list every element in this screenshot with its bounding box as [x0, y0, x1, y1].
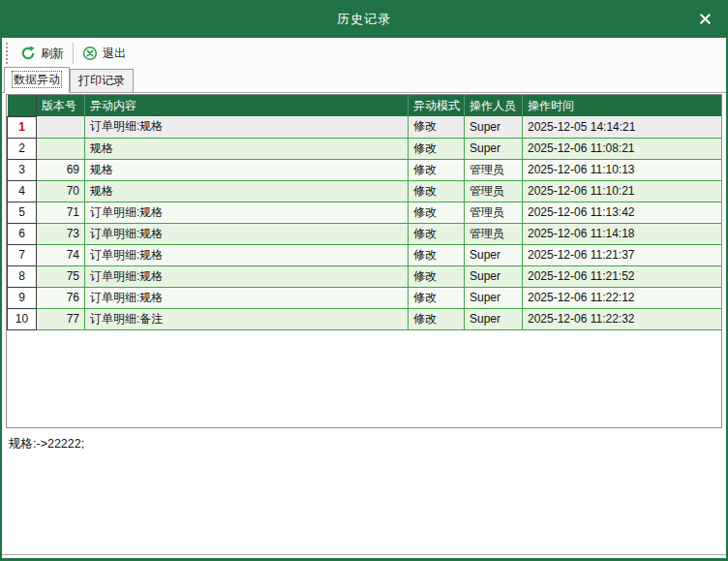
version-cell[interactable]: 73 — [37, 223, 85, 244]
detail-panel[interactable]: 规格:->22222; — [2, 429, 726, 555]
time-cell[interactable]: 2025-12-06 11:21:37 — [523, 244, 722, 265]
content-cell[interactable]: 规格 — [85, 180, 409, 202]
grid-header-row: 版本号异动内容异动模式操作人员操作时间 — [8, 95, 722, 116]
table-row[interactable]: 1077订单明细:备注修改Super2025-12-06 11:22:32 — [8, 308, 722, 329]
time-cell[interactable]: 2025-12-06 11:10:21 — [523, 180, 722, 202]
operator-cell[interactable]: Super — [465, 116, 523, 138]
time-cell[interactable]: 2025-12-05 14:14:21 — [523, 116, 722, 138]
table-row[interactable]: 1订单明细:规格修改Super2025-12-05 14:14:21 — [8, 116, 722, 138]
mode-cell[interactable]: 修改 — [409, 244, 465, 265]
table-row[interactable]: 369规格修改管理员2025-12-06 11:10:13 — [8, 159, 722, 180]
content-cell[interactable]: 订单明细:规格 — [85, 223, 409, 244]
toolbar-separator — [73, 43, 74, 64]
mode-cell[interactable]: 修改 — [409, 265, 465, 287]
mode-cell[interactable]: 修改 — [409, 159, 465, 180]
operator-cell[interactable]: Super — [465, 244, 523, 265]
exit-label: 退出 — [103, 46, 126, 62]
mode-cell[interactable]: 修改 — [409, 308, 465, 329]
mode-cell[interactable]: 修改 — [409, 116, 465, 138]
content-cell[interactable]: 规格 — [85, 159, 409, 180]
operator-cell[interactable]: 管理员 — [465, 180, 523, 202]
refresh-label: 刷新 — [41, 46, 64, 62]
column-header-2[interactable]: 异动模式 — [409, 95, 465, 116]
version-cell[interactable] — [37, 138, 85, 159]
mode-cell[interactable]: 修改 — [409, 180, 465, 202]
time-cell[interactable]: 2025-12-06 11:22:32 — [523, 308, 722, 329]
time-cell[interactable]: 2025-12-06 11:14:18 — [523, 223, 722, 244]
version-cell[interactable]: 71 — [37, 202, 85, 223]
table-row[interactable]: 2规格修改Super2025-12-06 11:08:21 — [8, 138, 722, 159]
corner-header — [8, 95, 37, 116]
exit-button[interactable]: 退出 — [76, 43, 132, 65]
content-cell[interactable]: 规格 — [85, 138, 409, 159]
mode-cell[interactable]: 修改 — [409, 138, 465, 159]
tab-print-records[interactable]: 打印记录 — [70, 69, 134, 92]
operator-cell[interactable]: Super — [465, 287, 523, 308]
time-cell[interactable]: 2025-12-06 11:21:52 — [523, 265, 722, 287]
history-grid: 版本号异动内容异动模式操作人员操作时间 1订单明细:规格修改Super2025-… — [6, 94, 722, 428]
operator-cell[interactable]: Super — [465, 308, 523, 329]
exit-icon — [82, 46, 98, 61]
version-cell[interactable] — [37, 116, 85, 138]
row-number-cell[interactable]: 7 — [8, 244, 37, 265]
time-cell[interactable]: 2025-12-06 11:08:21 — [523, 138, 722, 159]
version-cell[interactable]: 70 — [37, 180, 85, 202]
content-cell[interactable]: 订单明细:规格 — [85, 116, 409, 138]
detail-text: 规格:->22222; — [9, 437, 84, 451]
version-cell[interactable]: 77 — [37, 308, 85, 329]
operator-cell[interactable]: 管理员 — [465, 159, 523, 180]
content-cell[interactable]: 订单明细:规格 — [85, 202, 409, 223]
table-row[interactable]: 774订单明细:规格修改Super2025-12-06 11:21:37 — [8, 244, 722, 265]
tab-data-changes[interactable]: 数据异动 — [4, 67, 70, 93]
version-cell[interactable]: 76 — [37, 287, 85, 308]
close-x-icon — [699, 13, 712, 25]
column-header-1[interactable]: 异动内容 — [85, 95, 409, 116]
column-header-4[interactable]: 操作时间 — [523, 95, 722, 116]
content-cell[interactable]: 订单明细:规格 — [85, 265, 409, 287]
version-cell[interactable]: 69 — [37, 159, 85, 180]
refresh-icon — [20, 46, 36, 61]
time-cell[interactable]: 2025-12-06 11:10:13 — [523, 159, 722, 180]
version-cell[interactable]: 74 — [37, 244, 85, 265]
time-cell[interactable]: 2025-12-06 11:22:12 — [523, 287, 722, 308]
operator-cell[interactable]: 管理员 — [465, 223, 523, 244]
mode-cell[interactable]: 修改 — [409, 223, 465, 244]
time-cell[interactable]: 2025-12-06 11:13:42 — [523, 202, 722, 223]
window-title: 历史记录 — [337, 11, 391, 28]
content-cell[interactable]: 订单明细:规格 — [85, 244, 409, 265]
table-row[interactable]: 673订单明细:规格修改管理员2025-12-06 11:14:18 — [8, 223, 722, 244]
row-number-cell[interactable]: 10 — [8, 308, 37, 329]
tab-data-changes-label: 数据异动 — [14, 73, 60, 86]
row-number-cell[interactable]: 5 — [8, 202, 37, 223]
refresh-button[interactable]: 刷新 — [15, 43, 70, 65]
row-number-cell[interactable]: 2 — [8, 138, 37, 159]
operator-cell[interactable]: Super — [465, 265, 523, 287]
close-button[interactable] — [695, 10, 714, 29]
row-number-cell[interactable]: 9 — [8, 287, 37, 308]
mode-cell[interactable]: 修改 — [409, 202, 465, 223]
operator-cell[interactable]: 管理员 — [465, 202, 523, 223]
grid-body: 1订单明细:规格修改Super2025-12-05 14:14:212规格修改S… — [8, 116, 722, 329]
table-row[interactable]: 470规格修改管理员2025-12-06 11:10:21 — [8, 180, 722, 202]
content-cell[interactable]: 订单明细:规格 — [85, 287, 409, 308]
toolbar: 刷新 退出 — [2, 38, 726, 69]
history-table: 版本号异动内容异动模式操作人员操作时间 1订单明细:规格修改Super2025-… — [7, 95, 721, 330]
operator-cell[interactable]: Super — [465, 138, 523, 159]
tab-print-records-label: 打印记录 — [78, 74, 125, 87]
row-number-cell[interactable]: 4 — [8, 180, 37, 202]
row-number-cell[interactable]: 1 — [8, 116, 37, 138]
content-cell[interactable]: 订单明细:备注 — [85, 308, 409, 329]
tab-strip: 数据异动 打印记录 — [2, 69, 726, 93]
titlebar[interactable]: 历史记录 — [2, 0, 726, 38]
column-header-3[interactable]: 操作人员 — [465, 95, 523, 116]
table-row[interactable]: 976订单明细:规格修改Super2025-12-06 11:22:12 — [8, 287, 722, 308]
mode-cell[interactable]: 修改 — [409, 287, 465, 308]
version-cell[interactable]: 75 — [37, 265, 85, 287]
row-number-cell[interactable]: 6 — [8, 223, 37, 244]
toolbar-grip[interactable] — [6, 43, 11, 64]
row-number-cell[interactable]: 3 — [8, 159, 37, 180]
table-row[interactable]: 571订单明细:规格修改管理员2025-12-06 11:13:42 — [8, 202, 722, 223]
row-number-cell[interactable]: 8 — [8, 265, 37, 287]
table-row[interactable]: 875订单明细:规格修改Super2025-12-06 11:21:52 — [8, 265, 722, 287]
column-header-0[interactable]: 版本号 — [37, 95, 85, 116]
